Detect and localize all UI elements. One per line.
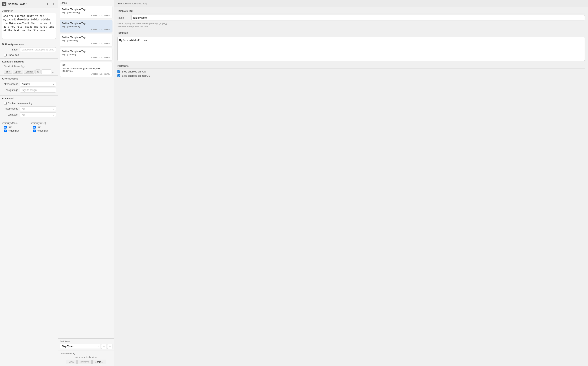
edit-content: Template Tag Name Name "mytag" will make… xyxy=(114,7,588,83)
after-success-label: After success xyxy=(2,83,20,85)
step-item-tag: Tag: [[fileName]] xyxy=(62,39,110,42)
step-item-tag: obsidian://new?vault=[[vaultName]]&file=… xyxy=(62,67,110,72)
cmd-symbol: ⌘ xyxy=(35,69,40,74)
more-button[interactable]: ... xyxy=(52,70,55,73)
ios-list-checkbox[interactable] xyxy=(33,126,36,129)
platforms-section: Platforms Step enabled on iOS Step enabl… xyxy=(118,65,585,77)
name-row: Name xyxy=(118,15,585,20)
label-row: Label xyxy=(2,47,56,52)
description-textarea[interactable]: Add the current draft to the MyIncredibl… xyxy=(2,13,56,39)
name-input[interactable] xyxy=(132,15,585,20)
visibility-mac-col: Visibility (Mac) List Action Bar xyxy=(2,122,27,133)
edit-header: Edit: Define Template Tag xyxy=(114,0,588,7)
shortcut-clear-button[interactable]: ✕ xyxy=(21,65,24,68)
assign-tags-label: Assign tags xyxy=(2,89,20,92)
show-icon-row: Show icon xyxy=(4,53,56,57)
ios-list-row: List xyxy=(33,125,56,129)
add-step-button[interactable]: + xyxy=(101,344,106,349)
step-item[interactable]: Define Template Tag Tag: [[fileName]] En… xyxy=(60,34,112,46)
confirm-before-checkbox[interactable] xyxy=(4,102,7,105)
step-item-tag: Tag: [[vaultName]] xyxy=(62,11,110,14)
step-item-status: Enabled: iOS, macOS xyxy=(62,73,110,75)
step-types-select[interactable]: Step Types xyxy=(60,344,100,349)
step-item[interactable]: Define Template Tag Tag: [[vaultName]] E… xyxy=(60,6,112,18)
step-item-tag: Tag: [[content]] xyxy=(62,53,110,56)
step-item[interactable]: Define Template Tag Tag: [[folderName]] … xyxy=(60,20,112,32)
macos-platform-row: Step enabled on macOS xyxy=(118,74,585,77)
assign-tags-input[interactable] xyxy=(20,88,56,92)
shortcut-text: Shortcut: None xyxy=(4,65,20,68)
step-item-status: Enabled: iOS, macOS xyxy=(62,28,110,31)
ios-action-bar-row: Action Bar xyxy=(33,129,56,133)
key-input[interactable] xyxy=(41,69,51,74)
template-tag-section: Template Tag Name Name "mytag" will make… xyxy=(118,10,585,28)
notifications-row: Notifications All Errors None ⌄ xyxy=(2,106,56,111)
mac-list-row: List xyxy=(4,125,27,129)
after-success-select[interactable]: Archive Nothing Trash xyxy=(20,82,56,86)
view-button[interactable]: View xyxy=(66,360,77,364)
modifier-row: Shift Option Control ⌘ ... xyxy=(2,69,56,74)
button-appearance-title: Button Appearance xyxy=(2,43,56,46)
label-field-label: Label xyxy=(2,48,20,51)
steps-header: Steps xyxy=(58,0,114,5)
platforms-title: Platforms xyxy=(118,65,585,69)
drafts-dir-title: Drafts Directory xyxy=(60,352,112,355)
after-success-title: After Success xyxy=(2,77,56,80)
step-item-title: URL xyxy=(62,64,110,67)
mac-list-checkbox[interactable] xyxy=(4,126,7,129)
mac-list-label: List xyxy=(8,126,12,129)
shift-button[interactable]: Shift xyxy=(4,70,12,74)
label-input[interactable] xyxy=(20,47,56,52)
step-item-status: Enabled: iOS, macOS xyxy=(62,42,110,45)
option-button[interactable]: Option xyxy=(13,70,23,74)
visibility-mac-title: Visibility (Mac) xyxy=(2,122,27,124)
template-textarea[interactable]: MyIncredibleFolder xyxy=(118,37,585,61)
step-types-wrapper: Step Types ⌄ xyxy=(60,344,100,349)
visibility-row: Visibility (Mac) List Action Bar Visibil… xyxy=(2,122,56,133)
action-header: ↩ ⬆ xyxy=(0,0,58,8)
log-level-select[interactable]: All Errors None xyxy=(20,112,56,117)
template-section-title: Template xyxy=(118,31,585,35)
log-level-label: Log Level xyxy=(2,113,20,116)
mac-action-bar-label: Action Bar xyxy=(8,129,19,132)
add-steps-section: Add Steps Step Types ⌄ + − xyxy=(58,338,114,351)
advanced-title: Advanced xyxy=(2,97,56,100)
template-section: Template MyIncredibleFolder xyxy=(118,31,585,61)
description-section: Description Add the current draft to the… xyxy=(0,8,58,41)
log-level-row: Log Level All Errors None ⌄ xyxy=(2,112,56,117)
ios-label: Step enabled on iOS xyxy=(122,70,146,73)
name-hint: Name "mytag" will make the template tag … xyxy=(118,22,585,28)
mac-action-bar-checkbox[interactable] xyxy=(4,130,7,132)
remove-step-button[interactable]: − xyxy=(107,344,112,349)
drafts-dir-status: Not shared to directory. xyxy=(60,356,112,358)
ios-list-label: List xyxy=(37,126,41,129)
visibility-ios-col: Visibility (iOS) List Action Bar xyxy=(31,122,56,133)
ios-action-bar-checkbox[interactable] xyxy=(33,130,36,132)
name-label: Name xyxy=(118,16,129,19)
log-level-select-wrapper: All Errors None ⌄ xyxy=(20,112,56,117)
step-item-status: Enabled: iOS, macOS xyxy=(62,56,110,59)
after-success-row: After success Archive Nothing Trash ⌄ xyxy=(2,82,56,86)
share-button[interactable]: ⬆ xyxy=(52,2,56,6)
remove-button[interactable]: Remove xyxy=(77,360,92,364)
after-success-select-wrapper: Archive Nothing Trash ⌄ xyxy=(20,82,56,86)
notifications-select-wrapper: All Errors None ⌄ xyxy=(20,106,56,111)
confirm-before-row: Confirm before running xyxy=(4,101,56,105)
action-title-input[interactable] xyxy=(8,2,44,6)
keyboard-shortcut-section: Keyboard Shortcut Shortcut: None ✕ Shift… xyxy=(0,59,58,76)
assign-tags-row: Assign tags xyxy=(2,88,56,92)
add-steps-label: Add Steps xyxy=(60,340,112,343)
step-item[interactable]: Define Template Tag Tag: [[content]] Ena… xyxy=(60,48,112,61)
visibility-section: Visibility (Mac) List Action Bar Visibil… xyxy=(0,120,58,134)
notifications-label: Notifications xyxy=(2,107,20,110)
show-icon-label: Show icon xyxy=(8,54,19,56)
macos-checkbox[interactable] xyxy=(118,74,120,77)
ios-platform-row: Step enabled on iOS xyxy=(118,70,585,73)
show-icon-checkbox[interactable] xyxy=(4,54,7,56)
control-button[interactable]: Control xyxy=(24,70,34,74)
undo-button[interactable]: ↩ xyxy=(46,2,50,6)
notifications-select[interactable]: All Errors None xyxy=(20,106,56,111)
share-dir-button[interactable]: Share... xyxy=(92,360,106,364)
ios-checkbox[interactable] xyxy=(118,70,120,73)
step-item[interactable]: URL obsidian://new?vault=[[vaultName]]&f… xyxy=(60,62,112,77)
